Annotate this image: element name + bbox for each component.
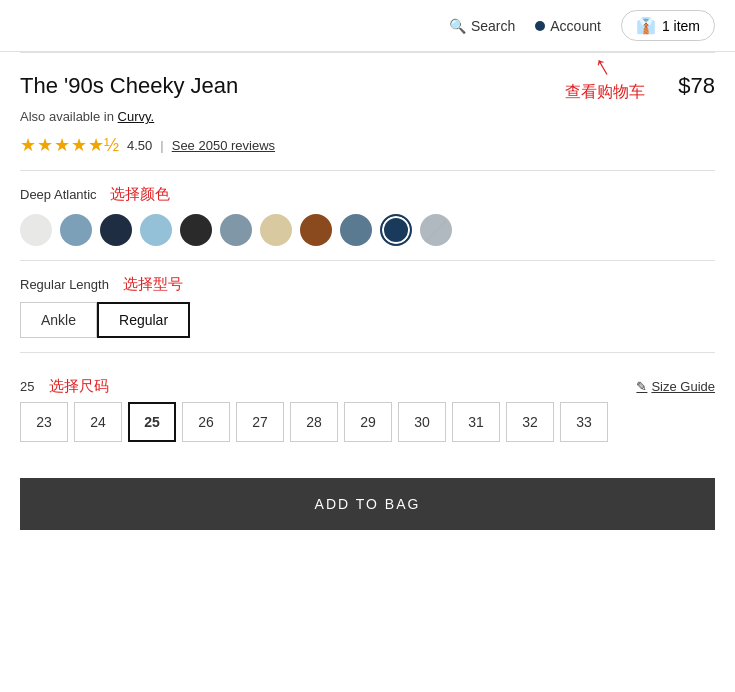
size-btn-32[interactable]: 32 xyxy=(506,402,554,442)
size-grid: 23 24 25 26 27 28 29 30 31 32 33 xyxy=(20,402,715,442)
star-half: ★½ xyxy=(88,134,119,156)
add-to-bag-section: ADD TO BAG xyxy=(0,458,735,550)
color-swatches xyxy=(20,214,715,261)
star-2: ★ xyxy=(37,134,53,156)
color-annotation-text: 选择颜色 xyxy=(110,185,170,202)
swatch-white[interactable] xyxy=(20,214,52,246)
swatch-brown[interactable] xyxy=(300,214,332,246)
product-price: $78 xyxy=(678,73,715,99)
star-4: ★ xyxy=(71,134,87,156)
account-dot-icon xyxy=(535,21,545,31)
size-guide-button[interactable]: ✎ Size Guide xyxy=(636,379,715,394)
size-btn-28[interactable]: 28 xyxy=(290,402,338,442)
swatch-cream[interactable] xyxy=(260,214,292,246)
swatch-black[interactable] xyxy=(180,214,212,246)
swatch-sky-blue[interactable] xyxy=(140,214,172,246)
size-section: 25 选择尺码 ✎ Size Guide 23 24 25 26 27 28 2… xyxy=(20,367,715,442)
swatch-steel-blue[interactable] xyxy=(220,214,252,246)
add-to-bag-button[interactable]: ADD TO BAG xyxy=(20,478,715,530)
curvy-link[interactable]: Curvy. xyxy=(118,109,155,124)
available-prefix: Also available in xyxy=(20,109,114,124)
cart-button[interactable]: 👔 1 item xyxy=(621,10,715,41)
size-btn-31[interactable]: 31 xyxy=(452,402,500,442)
swatch-deep-atlantic[interactable] xyxy=(380,214,412,246)
size-btn-29[interactable]: 29 xyxy=(344,402,392,442)
rating-separator: | xyxy=(160,138,163,153)
size-btn-33[interactable]: 33 xyxy=(560,402,608,442)
length-ankle-button[interactable]: Ankle xyxy=(20,302,97,338)
star-3: ★ xyxy=(54,134,70,156)
rating-row: ★ ★ ★ ★ ★½ 4.50 | See 2050 reviews xyxy=(20,134,715,171)
length-section-label: Regular Length 选择型号 xyxy=(20,275,715,294)
star-1: ★ xyxy=(20,134,36,156)
swatch-slate-blue[interactable] xyxy=(340,214,372,246)
annotation-cart-text: 查看购物车 xyxy=(565,82,645,103)
search-button[interactable]: 🔍 Search xyxy=(449,18,515,34)
available-text: Also available in Curvy. xyxy=(20,109,715,124)
rating-score: 4.50 xyxy=(127,138,152,153)
size-guide-label: Size Guide xyxy=(651,379,715,394)
size-btn-27[interactable]: 27 xyxy=(236,402,284,442)
header: 🔍 Search Account 👔 1 item xyxy=(0,0,735,52)
size-label-row: 25 选择尺码 xyxy=(20,377,109,396)
color-label-text: Deep Atlantic xyxy=(20,187,97,202)
search-label: Search xyxy=(471,18,515,34)
account-label: Account xyxy=(550,18,601,34)
product-section: The '90s Cheeky Jean $78 Also available … xyxy=(0,53,735,442)
swatch-dark-navy[interactable] xyxy=(100,214,132,246)
length-section: Regular Length 选择型号 Ankle Regular xyxy=(20,265,715,353)
length-regular-button[interactable]: Regular xyxy=(97,302,190,338)
cart-count: 1 item xyxy=(662,18,700,34)
swatch-light-blue[interactable] xyxy=(60,214,92,246)
search-icon: 🔍 xyxy=(449,18,466,34)
cart-annotation: ↑ 查看购物车 xyxy=(565,52,645,103)
size-btn-30[interactable]: 30 xyxy=(398,402,446,442)
swatch-gray-disabled[interactable] xyxy=(420,214,452,246)
cart-icon: 👔 xyxy=(636,16,656,35)
size-btn-26[interactable]: 26 xyxy=(182,402,230,442)
annotation-arrow-icon: ↑ xyxy=(589,50,615,81)
size-annotation-text: 选择尺码 xyxy=(49,377,109,394)
length-buttons: Ankle Regular xyxy=(20,302,715,353)
length-label-text: Regular Length xyxy=(20,277,109,292)
stars: ★ ★ ★ ★ ★½ xyxy=(20,134,119,156)
size-btn-24[interactable]: 24 xyxy=(74,402,122,442)
length-annotation-text: 选择型号 xyxy=(123,275,183,292)
size-btn-23[interactable]: 23 xyxy=(20,402,68,442)
size-btn-25[interactable]: 25 xyxy=(128,402,176,442)
rating-reviews-link[interactable]: See 2050 reviews xyxy=(172,138,275,153)
product-title: The '90s Cheeky Jean xyxy=(20,73,238,99)
color-section-label: Deep Atlantic 选择颜色 xyxy=(20,185,715,204)
ruler-icon: ✎ xyxy=(636,379,647,394)
size-label-text: 25 xyxy=(20,379,34,394)
account-button[interactable]: Account xyxy=(535,18,601,34)
size-header: 25 选择尺码 ✎ Size Guide xyxy=(20,377,715,396)
